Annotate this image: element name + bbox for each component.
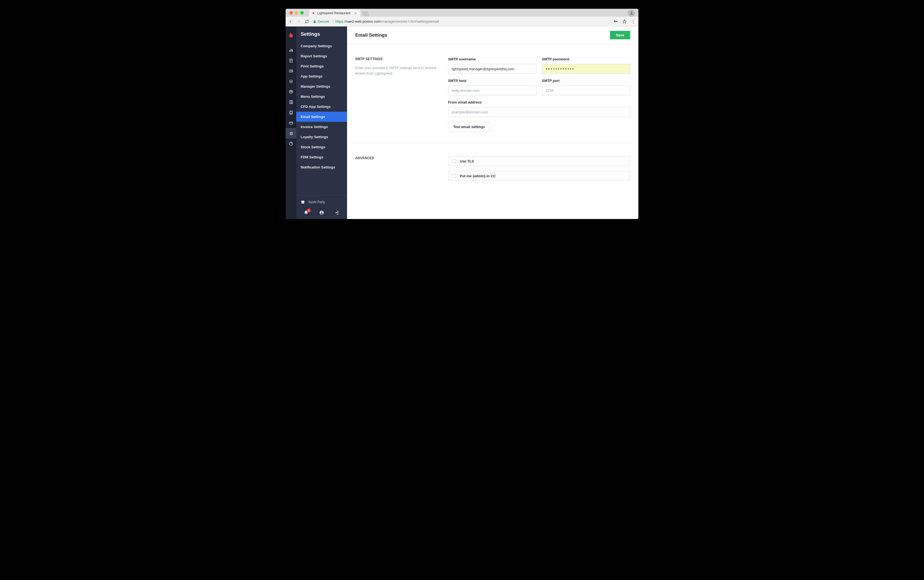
browser-chrome: Lightspeed Restaurant × Secure https://n… bbox=[286, 9, 638, 26]
notifications-button[interactable]: 1 bbox=[304, 210, 308, 216]
rail-item-printers[interactable] bbox=[286, 107, 296, 118]
from-email-label: From email address bbox=[448, 100, 630, 104]
smtp-host-input[interactable] bbox=[448, 86, 537, 95]
svg-rect-7 bbox=[290, 101, 291, 104]
rail-item-customers[interactable] bbox=[286, 66, 296, 76]
smtp-username-input[interactable] bbox=[448, 64, 537, 74]
sidebar-item-company-settings[interactable]: Company Settings bbox=[296, 41, 347, 51]
sidebar-header: Settings bbox=[296, 26, 347, 41]
rail-item-settings[interactable] bbox=[286, 128, 296, 138]
browser-window: Lightspeed Restaurant × Secure https://n… bbox=[286, 9, 638, 219]
star-icon[interactable] bbox=[622, 19, 627, 24]
tab-title: Lightspeed Restaurant bbox=[317, 11, 350, 15]
user-circle-icon bbox=[319, 210, 324, 215]
forward-button[interactable] bbox=[296, 20, 301, 24]
sidebar-item-app-settings[interactable]: App Settings bbox=[296, 71, 347, 81]
smtp-section-title: SMTP SETTINGS bbox=[355, 57, 448, 61]
reload-button[interactable] bbox=[305, 20, 309, 24]
smtp-section-description: Enter your provider's SMTP settings here… bbox=[355, 65, 437, 76]
settings-sidebar: Settings Company SettingsReport Settings… bbox=[296, 26, 347, 219]
window-controls[interactable] bbox=[288, 9, 305, 16]
rail-item-payments[interactable] bbox=[286, 118, 296, 128]
rail-item-orders[interactable] bbox=[286, 76, 296, 87]
smtp-password-label: SMTP password bbox=[542, 57, 631, 61]
address-bar[interactable]: Secure https://nae2-web.posios.com/manag… bbox=[313, 20, 609, 24]
key-icon[interactable] bbox=[613, 19, 618, 24]
tab-strip: Lightspeed Restaurant × bbox=[286, 9, 638, 16]
rail-item-inventory[interactable] bbox=[286, 87, 296, 97]
sidebar-item-manager-settings[interactable]: Manager Settings bbox=[296, 81, 347, 91]
back-button[interactable] bbox=[288, 20, 293, 24]
menu-dots-icon[interactable] bbox=[631, 19, 636, 24]
sidebar-item-notification-settings[interactable]: Notification Settings bbox=[296, 162, 347, 172]
sidebar-item-stock-settings[interactable]: Stock Settings bbox=[296, 142, 347, 152]
use-tls-checkbox[interactable] bbox=[452, 159, 456, 163]
svg-point-4 bbox=[290, 71, 291, 72]
url-path: /management/en-US/#/settings/email bbox=[380, 20, 439, 23]
smtp-section: SMTP SETTINGS Enter your provider's SMTP… bbox=[347, 44, 638, 143]
page-header: Email Settings Save bbox=[347, 26, 638, 44]
main-content: Email Settings Save SMTP SETTINGS Enter … bbox=[347, 26, 638, 219]
address-bar-row: Secure https://nae2-web.posios.com/manag… bbox=[286, 16, 638, 26]
svg-point-0 bbox=[633, 20, 634, 20]
lightspeed-logo-icon bbox=[288, 32, 294, 39]
flame-icon bbox=[312, 11, 315, 15]
sidebar-item-menu-settings[interactable]: Menu Settings bbox=[296, 91, 347, 102]
notification-badge: 1 bbox=[307, 209, 311, 213]
use-tls-row[interactable]: Use TLS bbox=[448, 156, 630, 166]
sidebar-item-fdm-settings[interactable]: FDM Settings bbox=[296, 152, 347, 162]
account-button[interactable] bbox=[319, 210, 324, 216]
app-root: Settings Company SettingsReport Settings… bbox=[286, 26, 638, 219]
advanced-section-title: ADVANCED bbox=[355, 156, 448, 160]
svg-point-1 bbox=[633, 21, 634, 22]
store-name: Sushi Party bbox=[308, 200, 325, 204]
svg-point-2 bbox=[633, 22, 634, 23]
secure-badge: Secure bbox=[313, 20, 329, 23]
cc-admin-label: Put me (admin) in CC bbox=[460, 174, 496, 178]
url-domain: nae2-web.posios.com bbox=[346, 20, 380, 23]
svg-rect-3 bbox=[290, 70, 293, 72]
new-tab-button[interactable] bbox=[362, 11, 370, 16]
smtp-username-label: SMTP username bbox=[448, 57, 537, 61]
minimize-window-icon[interactable] bbox=[295, 11, 298, 15]
logout-icon bbox=[335, 210, 340, 215]
page-title: Email Settings bbox=[355, 33, 387, 38]
sidebar-item-cfd-app-settings[interactable]: CFD App Settings bbox=[296, 102, 347, 112]
test-email-button[interactable]: Test email settings bbox=[448, 122, 490, 132]
browser-tab[interactable]: Lightspeed Restaurant × bbox=[309, 10, 361, 16]
logout-button[interactable] bbox=[335, 210, 340, 216]
sidebar-list: Company SettingsReport SettingsPrint Set… bbox=[296, 41, 347, 195]
smtp-host-label: SMTP host bbox=[448, 79, 537, 83]
close-window-icon[interactable] bbox=[290, 11, 293, 15]
svg-rect-8 bbox=[291, 101, 292, 104]
store-icon bbox=[301, 200, 305, 204]
rail-item-reports[interactable] bbox=[286, 56, 296, 66]
cc-admin-checkbox[interactable] bbox=[452, 174, 456, 178]
svg-rect-9 bbox=[290, 122, 293, 124]
use-tls-label: Use TLS bbox=[460, 159, 474, 163]
store-switcher[interactable]: Sushi Party bbox=[296, 198, 347, 208]
cc-admin-row[interactable]: Put me (admin) in CC bbox=[448, 171, 630, 181]
smtp-port-input[interactable] bbox=[542, 86, 631, 95]
lock-icon bbox=[313, 20, 316, 23]
sidebar-item-invoice-settings[interactable]: Invoice Settings bbox=[296, 122, 347, 132]
smtp-password-input[interactable] bbox=[542, 64, 631, 74]
close-tab-icon[interactable]: × bbox=[355, 11, 357, 15]
sidebar-item-report-settings[interactable]: Report Settings bbox=[296, 51, 347, 61]
from-email-input[interactable] bbox=[448, 107, 630, 117]
advanced-section: ADVANCED Use TLS Put me (admin) in CC bbox=[347, 143, 638, 197]
rail-item-help[interactable] bbox=[286, 138, 296, 149]
sidebar-item-email-settings[interactable]: Email Settings bbox=[296, 112, 347, 122]
maximize-window-icon[interactable] bbox=[300, 11, 304, 15]
sidebar-item-print-settings[interactable]: Print Settings bbox=[296, 61, 347, 71]
icon-rail bbox=[286, 26, 296, 219]
rail-item-dashboard[interactable] bbox=[286, 45, 296, 56]
profile-avatar-icon[interactable] bbox=[628, 10, 635, 16]
sidebar-item-loyalty-settings[interactable]: Loyalty Settings bbox=[296, 132, 347, 142]
url-protocol: https:// bbox=[335, 20, 346, 23]
rail-item-menu[interactable] bbox=[286, 97, 296, 107]
save-button[interactable]: Save bbox=[610, 31, 630, 40]
sidebar-footer: 1 bbox=[296, 208, 347, 219]
svg-point-6 bbox=[290, 81, 292, 82]
smtp-port-label: SMTP port bbox=[542, 79, 631, 83]
